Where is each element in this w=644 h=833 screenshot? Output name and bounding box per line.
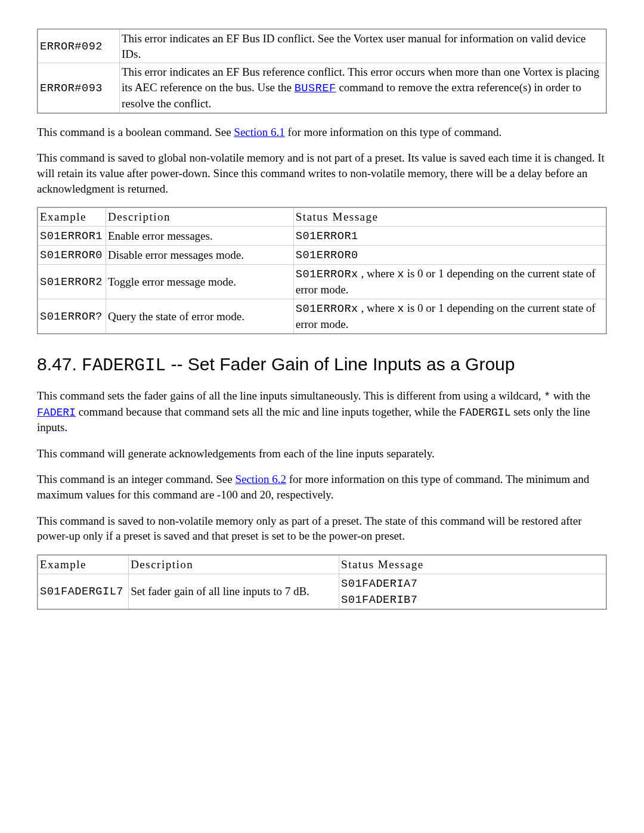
- status-msg: S01ERROR1: [296, 230, 358, 243]
- preset-paragraph: This command is saved to non-volatile me…: [37, 513, 607, 544]
- table-row: ERROR#092 This error indicates an EF Bus…: [38, 29, 606, 63]
- status-msg-cell: S01FADERIA7 S01FADERIB7: [339, 574, 606, 609]
- text: This command is an integer command. See: [37, 473, 235, 485]
- text: x: [397, 268, 404, 281]
- text: This command is a boolean command. See: [37, 126, 234, 138]
- heading-number: 8.47.: [37, 354, 82, 374]
- text: *: [544, 391, 550, 402]
- table-row: S01ERROR1 Enable error messages. S01ERRO…: [38, 226, 606, 245]
- error-code: ERROR#093: [40, 82, 103, 95]
- integer-command-paragraph: This command is an integer command. See …: [37, 472, 607, 502]
- text: command because that command sets all th…: [76, 405, 459, 418]
- table-row: ERROR#093 This error indicates an EF Bus…: [38, 63, 606, 113]
- text: This command sets the fader gains of all…: [37, 389, 544, 402]
- table-row: S01ERROR0 Disable error messages mode. S…: [38, 246, 606, 265]
- ack-paragraph: This command will generate acknowledgeme…: [37, 446, 607, 462]
- table-row: S01ERROR? Query the state of error mode.…: [38, 299, 606, 333]
- errors-table: ERROR#092 This error indicates an EF Bus…: [37, 29, 607, 114]
- status-msg: S01ERROR0: [296, 249, 358, 262]
- text: FADERGIL: [459, 407, 511, 419]
- table-header-row: Example Description Status Message: [38, 555, 606, 574]
- col-example: Example: [38, 208, 106, 226]
- status-msg-cell: S01ERRORx , where x is 0 or 1 depending …: [293, 299, 606, 333]
- example-cmd: S01ERROR2: [40, 275, 103, 289]
- heading-title: -- Set Fader Gain of Line Inputs as a Gr…: [166, 354, 515, 374]
- col-description: Description: [106, 208, 293, 226]
- example-desc: Set fader gain of all line inputs to 7 d…: [129, 574, 339, 609]
- status-line: S01FADERIB7: [341, 593, 417, 606]
- busref-link[interactable]: BUSREF: [295, 82, 336, 95]
- text: with the: [550, 389, 590, 402]
- example-cmd: S01ERROR1: [40, 230, 103, 243]
- error-desc: This error indicates an EF Bus reference…: [120, 63, 607, 113]
- error-desc: This error indicates an EF Bus ID confli…: [120, 29, 607, 63]
- fadergil-examples-table: Example Description Status Message S01FA…: [37, 555, 607, 610]
- section-6-2-link[interactable]: Section 6.2: [235, 473, 286, 485]
- example-desc: Toggle error message mode.: [106, 265, 293, 299]
- col-description: Description: [129, 555, 339, 574]
- global-memory-paragraph: This command is saved to global non-vola…: [37, 150, 607, 196]
- faderi-link[interactable]: FADERI: [37, 407, 76, 419]
- example-desc: Query the state of error mode.: [106, 299, 293, 333]
- heading-command: FADERGIL: [82, 356, 166, 376]
- text: , where: [358, 302, 397, 314]
- error-code: ERROR#092: [40, 40, 103, 53]
- text: x: [397, 302, 404, 315]
- example-desc: Enable error messages.: [106, 226, 293, 245]
- example-cmd: S01ERROR0: [40, 249, 103, 262]
- col-example: Example: [38, 555, 129, 574]
- text: for more information on this type of com…: [285, 126, 502, 138]
- boolean-command-paragraph: This command is a boolean command. See S…: [37, 125, 607, 140]
- section-6-1-link[interactable]: Section 6.1: [234, 126, 285, 138]
- table-row: S01FADERGIL7 Set fader gain of all line …: [38, 574, 606, 609]
- table-header-row: Example Description Status Message: [38, 208, 606, 226]
- example-cmd: S01FADERGIL7: [40, 585, 123, 598]
- fadergil-intro-paragraph: This command sets the fader gains of all…: [37, 388, 607, 435]
- col-status-message: Status Message: [293, 208, 606, 226]
- status-msg-cell: S01ERRORx , where x is 0 or 1 depending …: [293, 265, 606, 299]
- table-row: S01ERROR2 Toggle error message mode. S01…: [38, 265, 606, 299]
- example-desc: Disable error messages mode.: [106, 246, 293, 265]
- text: , where: [358, 267, 397, 280]
- error-examples-table: Example Description Status Message S01ER…: [37, 207, 607, 334]
- section-heading-847: 8.47. FADERGIL -- Set Fader Gain of Line…: [37, 352, 607, 378]
- status-line: S01FADERIA7: [341, 577, 417, 590]
- col-status-message: Status Message: [339, 555, 606, 574]
- text: S01ERRORx: [296, 268, 358, 281]
- example-cmd: S01ERROR?: [40, 310, 103, 323]
- text: S01ERRORx: [296, 302, 358, 315]
